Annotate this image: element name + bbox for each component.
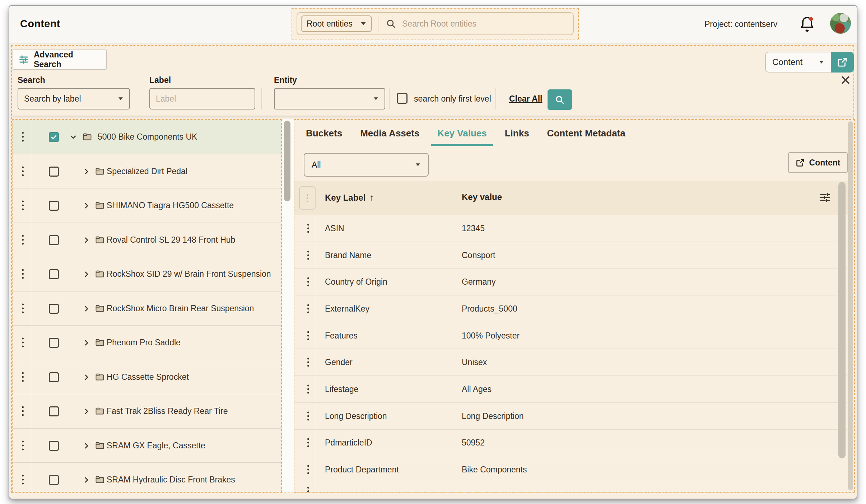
search-mode-dropdown[interactable]: Search by label [18,88,130,109]
table-row-partial[interactable] [294,483,847,492]
row-checkbox[interactable] [49,269,59,279]
row-menu-icon[interactable] [307,227,309,229]
row-menu-icon[interactable] [22,170,24,172]
tree-scrollbar-thumb[interactable] [284,121,290,201]
row-menu-icon[interactable] [22,410,24,412]
tab-links[interactable]: Links [498,123,536,146]
chevron-right-icon[interactable] [82,442,91,450]
notifications-bell-icon[interactable] [799,15,816,34]
table-row[interactable]: Gender Unisex [294,349,847,376]
label-input[interactable] [149,88,255,109]
row-checkbox[interactable] [49,475,59,485]
chevron-right-icon[interactable] [82,476,91,484]
chevron-right-icon[interactable] [82,201,91,210]
tree-row[interactable]: HG Cassette Sprocket [13,360,281,395]
row-menu-icon[interactable] [307,281,309,283]
content-open-button[interactable]: Content [788,152,848,173]
row-menu-icon[interactable] [307,388,309,390]
advanced-search-button[interactable]: Advanced Search [13,50,107,70]
chevron-right-icon[interactable] [82,270,91,279]
chevron-right-icon[interactable] [82,373,91,382]
tab-key-values[interactable]: Key Values [430,123,494,146]
table-row[interactable]: Country of Origin Germany [294,269,847,295]
clear-all-link[interactable]: Clear All [509,94,542,104]
column-settings-icon[interactable] [819,191,831,203]
row-checkbox[interactable] [49,441,59,451]
key-label-cell: Lifestage [325,384,358,394]
entity-dropdown[interactable] [274,88,385,109]
table-row[interactable]: Brand Name Consport [294,242,847,269]
chevron-down-icon[interactable] [69,133,78,141]
row-checkbox[interactable] [49,235,59,245]
row-menu-icon[interactable] [307,335,309,336]
key-filter-dropdown[interactable]: All [304,153,429,177]
column-key-label[interactable]: Key Label↑ [325,192,374,203]
folder-icon [95,235,105,245]
search-scope-dropdown[interactable]: Root entities [301,15,372,32]
row-menu-icon[interactable] [307,415,309,417]
header-menu-box[interactable] [299,186,316,210]
row-checkbox[interactable] [49,167,59,177]
key-label-cell: ASIN [325,223,344,233]
tab-buckets[interactable]: Buckets [299,123,349,146]
row-menu-icon[interactable] [307,254,309,256]
row-menu-icon[interactable] [307,308,309,309]
row-checkbox[interactable] [49,372,59,382]
row-menu-icon[interactable] [22,342,24,344]
panel-scrollbar[interactable] [848,121,853,490]
table-row[interactable]: ExternalKey Products_5000 [294,295,847,322]
tree-row[interactable]: Specialized Dirt Pedal [13,154,281,189]
open-in-new-button[interactable] [831,52,854,73]
row-menu-icon[interactable] [22,307,24,309]
row-menu-icon[interactable] [22,273,24,275]
table-row[interactable]: ASIN 12345 [294,215,847,242]
row-menu-icon[interactable] [22,376,24,378]
first-level-checkbox[interactable] [397,93,408,104]
search-icon [554,94,565,105]
table-row[interactable]: Lifestage All Ages [294,376,847,403]
key-value-cell: Bike Components [462,465,527,475]
chevron-right-icon[interactable] [82,339,91,347]
close-icon[interactable]: ✕ [840,73,851,88]
row-checkbox[interactable] [49,201,59,211]
tree-row[interactable]: SHIMANO Tiagra HG500 Cassette [13,188,281,223]
table-scrollbar-thumb[interactable] [838,182,846,458]
row-menu-icon[interactable] [22,136,24,138]
row-checkbox-checked[interactable] [49,132,59,142]
tab-media-assets[interactable]: Media Assets [353,123,427,146]
tree-row[interactable]: RockShox SID 29 w/ Brain Front Suspensio… [13,257,281,291]
chevron-right-icon[interactable] [82,236,91,244]
row-menu-icon[interactable] [307,361,309,363]
row-menu-icon[interactable] [307,469,309,471]
search-submit-button[interactable] [548,89,572,110]
table-row[interactable]: PdmarticleID 50952 [294,430,847,457]
row-menu-icon[interactable] [22,479,24,481]
table-row[interactable]: Features 100% Polyester [294,322,847,349]
row-checkbox[interactable] [49,338,59,348]
table-row[interactable]: Long Description Long Description [294,403,847,430]
tree-row[interactable]: Phenom Pro Saddle [13,326,281,360]
row-menu-icon[interactable] [22,444,24,446]
tree-row[interactable]: SRAM GX Eagle, Cassette [13,429,281,463]
table-row[interactable]: Product Department Bike Components [294,456,847,483]
user-avatar[interactable] [830,13,851,34]
row-menu-icon[interactable] [22,239,24,241]
chevron-right-icon[interactable] [82,167,91,176]
row-menu-icon[interactable] [307,442,309,444]
view-selector-dropdown[interactable]: Content [765,52,831,73]
tree-row[interactable]: Fast Trak 2Bliss Ready Rear Tire [13,394,281,429]
chevron-right-icon[interactable] [82,304,91,313]
tree-row[interactable]: 5000 Bike Components UK [13,120,281,154]
tab-content-metadata[interactable]: Content Metadata [540,123,633,146]
row-checkbox[interactable] [49,304,59,314]
row-menu-icon[interactable] [307,490,309,492]
global-search-input[interactable] [401,19,557,29]
row-checkbox[interactable] [49,406,59,416]
row-menu-icon[interactable] [22,205,24,206]
key-label-cell: ExternalKey [325,304,369,313]
column-key-value[interactable]: Key value [462,192,502,202]
tree-row[interactable]: SRAM Hydraulic Disc Front Brakes [13,463,281,493]
tree-row[interactable]: RockShox Micro Brain Rear Suspension [13,291,281,326]
chevron-right-icon[interactable] [82,407,91,416]
tree-row[interactable]: Roval Control SL 29 148 Front Hub [13,223,281,257]
